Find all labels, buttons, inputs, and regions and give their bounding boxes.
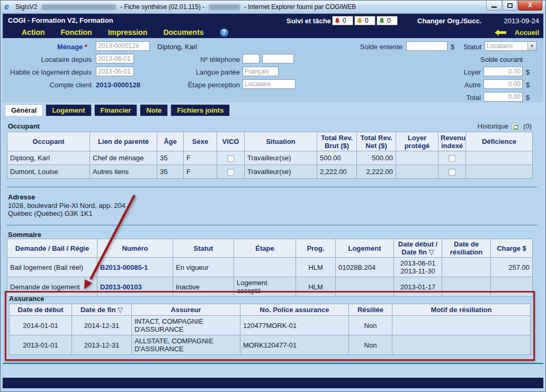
window-title-end: - Internet Explorer fourni par COGIWEB <box>244 3 356 11</box>
loyer-currency: $ <box>526 68 530 76</box>
chevron-down-icon[interactable]: ▼ <box>527 42 536 50</box>
maximize-button[interactable] <box>503 1 517 11</box>
resiliee-col-header: Résiliée <box>349 304 392 316</box>
police-col-header: No. Police assurance <box>240 304 349 316</box>
revenu-indexe-checkbox[interactable] <box>449 169 455 176</box>
table-row: 2013-01-01 2013-12-31 ALLSTATE, COMPAGNI… <box>10 335 531 355</box>
adresse-line2: Québec (Québec) G3K 1K1 <box>8 209 93 217</box>
statut-value: Locataire <box>485 42 527 50</box>
total-currency: $ <box>526 94 530 102</box>
table-row: Bail logement (Bail réel) B2013-00085-1 … <box>7 258 533 277</box>
charge-col-header: Charge $ <box>491 239 533 258</box>
alert-badge-green[interactable]: 0 <box>377 16 398 25</box>
bail-link[interactable]: B2013-00085-1 <box>100 263 148 271</box>
rev-brut-col-header: Total Rev. Brut ($) <box>317 132 357 151</box>
accueil-link[interactable]: Accueil <box>515 29 539 37</box>
menage-form: Ménage * 2013-0000128 Diptong, Karl Sold… <box>3 38 543 103</box>
solde-entente-input[interactable] <box>406 41 447 51</box>
historique-label: Historique <box>478 122 509 130</box>
locataire-depuis-label: Locataire depuis <box>3 56 92 63</box>
back-arrow-icon[interactable] <box>495 29 506 36</box>
etape-perception-input[interactable]: Locataire <box>243 79 296 89</box>
date-debut-col-header: Date de début <box>10 304 72 316</box>
demande-link[interactable]: D2013-00103 <box>100 283 142 291</box>
vico-cell <box>217 151 245 165</box>
rev-net-cell: 2,222.00 <box>357 165 396 179</box>
suivi-et-tache-label: Suivi et tâche <box>287 17 331 25</box>
prog-col-header: Prog. <box>296 239 336 258</box>
motif-cell <box>392 335 531 355</box>
dates-cell: 2013-06-01 2013-11-30 <box>394 258 442 277</box>
redacted-text <box>209 4 240 10</box>
lien-cell: Chef de ménage <box>90 151 157 165</box>
statut-cell: En vigueur <box>173 258 234 277</box>
rev-net-cell: 500.00 <box>357 151 396 165</box>
tab-note[interactable]: Note <box>140 104 168 116</box>
autre-label: Autre <box>447 81 481 89</box>
menu-action[interactable]: Action <box>22 28 45 37</box>
changer-org-succ-link[interactable]: Changer Org./Succ. <box>417 17 481 25</box>
telephone-number-input[interactable] <box>262 54 294 63</box>
historique-refresh-icon[interactable] <box>512 123 520 130</box>
loyer-input[interactable]: 0.00 <box>484 67 523 76</box>
assureur-col-header: Assureur <box>132 304 240 316</box>
langue-parlee-input[interactable]: Français <box>243 67 279 76</box>
resiliee-cell: Non <box>349 316 392 335</box>
resiliee-cell: Non <box>349 335 392 355</box>
lien-col-header: Lien de parenté <box>90 132 157 151</box>
minimize-button[interactable] <box>486 1 502 11</box>
rev-brut-cell: 500.00 <box>317 151 357 165</box>
menu-documents[interactable]: Documents <box>163 28 203 37</box>
locataire-depuis-input[interactable]: 2013-06-01 <box>96 54 134 63</box>
menu-impression[interactable]: Impression <box>108 28 148 37</box>
date-fin-col-header[interactable]: Date de fin ▽ <box>72 304 132 316</box>
menage-name: Diptong, Karl <box>157 43 197 51</box>
help-icon[interactable]: ? <box>220 28 229 37</box>
assureur-cell: ALLSTATE, COMPAGNIE D'ASSURANCE <box>132 335 240 355</box>
compte-client-link[interactable]: 2013-0000128 <box>96 81 140 89</box>
window-title-mid: - Fiche synthèse (02.01.115) - <box>120 3 204 11</box>
menu-bar: Action Fonction Impression Documents ? <box>3 26 543 38</box>
situation-cell: Travailleur(se) <box>245 151 317 165</box>
etape-perception-label: Étape perception <box>162 81 240 89</box>
langue-parlee-label: Langue parlée <box>162 68 240 76</box>
tab-general[interactable]: Général <box>5 104 43 116</box>
menage-input[interactable]: 2013-0000128 <box>96 41 150 51</box>
occupant-cell: Diptong, Karl <box>7 151 90 165</box>
age-cell: 35 <box>157 165 184 179</box>
tab-fichiers-joints[interactable]: Fichiers joints <box>171 104 230 116</box>
tab-financier[interactable]: Financier <box>94 104 138 116</box>
tab-logement[interactable]: Logement <box>46 104 91 116</box>
alert-badge-red[interactable]: 0 <box>332 16 353 25</box>
vico-checkbox[interactable] <box>227 169 234 176</box>
total-label: Total <box>447 94 481 102</box>
historique-control: Historique (0) <box>478 122 532 130</box>
telephone-area-input[interactable] <box>243 54 259 63</box>
vico-checkbox[interactable] <box>227 155 234 162</box>
sexe-col-header: Sexe <box>184 132 217 151</box>
window-title: SigIsV2 - Fiche synthèse (02.01.115) - -… <box>15 3 356 11</box>
menage-label: Ménage * <box>3 43 87 51</box>
autre-input[interactable]: 0.00 <box>484 79 523 89</box>
revenu-indexe-col-header: Revenu indexé <box>438 132 466 151</box>
habite-logement-input[interactable]: 2013-06-01 <box>96 67 134 76</box>
revenu-indexe-checkbox[interactable] <box>449 155 455 162</box>
sommaire-table: Demande / Bail / Régie Numéro Statut Éta… <box>7 239 533 297</box>
menu-fonction[interactable]: Fonction <box>61 28 92 37</box>
statut-select[interactable]: Locataire ▼ <box>485 41 536 51</box>
etape-cell <box>234 258 296 277</box>
alert-badge-yellow[interactable]: 0 <box>354 16 375 25</box>
close-button[interactable]: X <box>518 1 542 11</box>
solde-entente-label: Solde entente <box>320 43 402 51</box>
tab-content-general: Occupant Historique (0) Occupant Lien de… <box>3 116 543 364</box>
redacted-text <box>42 4 116 10</box>
deficience-cell <box>466 165 533 179</box>
revenu-indexe-cell <box>438 151 466 165</box>
date-debut-fin-col-header[interactable]: Date début / Date fin ▽ <box>394 239 442 258</box>
occupant-cell: Dumont, Louise <box>7 165 90 179</box>
situation-cell: Travailleur(se) <box>245 165 317 179</box>
occupant-table: Occupant Lien de parenté Âge Sexe VICO S… <box>7 132 533 179</box>
solde-courant-label: Solde courant <box>480 56 533 63</box>
sexe-cell: F <box>184 151 217 165</box>
total-input[interactable]: 0.00 <box>484 92 523 102</box>
